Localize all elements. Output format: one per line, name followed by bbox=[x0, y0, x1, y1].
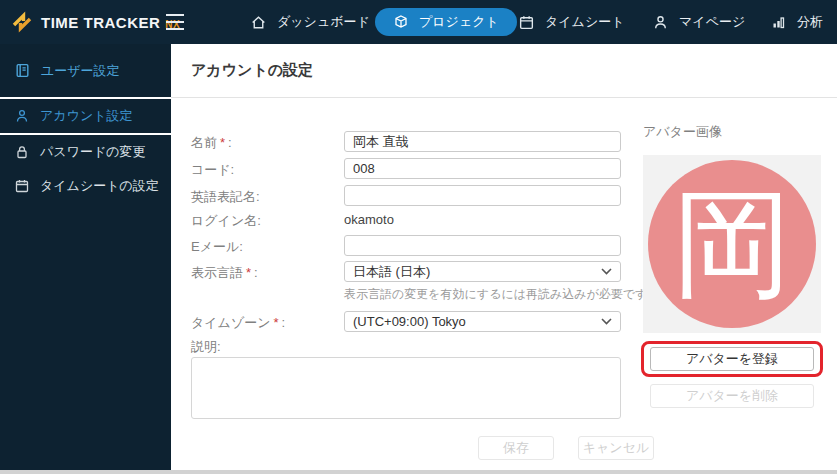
delete-avatar-button[interactable]: アバターを削除 bbox=[650, 384, 814, 408]
sidebar-item-label: パスワードの変更 bbox=[40, 143, 146, 161]
save-button[interactable]: 保存 bbox=[478, 436, 554, 460]
email-input[interactable] bbox=[344, 235, 621, 256]
app-logo: TIME TRACKER NX bbox=[10, 0, 180, 44]
logo-icon bbox=[10, 10, 34, 34]
brand-name: TIME TRACKER bbox=[41, 14, 160, 31]
lock-icon bbox=[14, 144, 30, 160]
bar-chart-icon bbox=[771, 14, 787, 30]
email-label: Eメール: bbox=[191, 238, 243, 256]
sidebar-item-change-password[interactable]: パスワードの変更 bbox=[0, 135, 171, 169]
language-label: 表示言語*: bbox=[191, 264, 258, 282]
sidebar-item-label: アカウント設定 bbox=[40, 107, 133, 125]
timezone-label: タイムゾーン*: bbox=[191, 314, 285, 332]
register-avatar-button[interactable]: アバターを登録 bbox=[650, 347, 814, 371]
nav-mypage-label: マイページ bbox=[679, 13, 745, 31]
nav-analysis-label: 分析 bbox=[797, 13, 823, 31]
avatar-initial: 岡 bbox=[673, 185, 791, 303]
chevron-down-icon bbox=[601, 268, 612, 275]
horizontal-scrollbar[interactable] bbox=[0, 470, 837, 474]
cancel-button[interactable]: キャンセル bbox=[578, 436, 654, 460]
person-icon bbox=[652, 14, 669, 31]
menu-toggle-button[interactable] bbox=[166, 13, 186, 31]
english-name-label: 英語表記名: bbox=[191, 188, 260, 206]
sidebar-section-label: ユーザー設定 bbox=[41, 62, 120, 80]
avatar-section-label: アバター画像 bbox=[643, 123, 722, 141]
nav-project[interactable]: プロジェクト bbox=[375, 8, 517, 36]
home-icon bbox=[250, 14, 267, 31]
language-hint: 表示言語の変更を有効にするには再読み込みが必要です。 bbox=[344, 286, 659, 303]
title-divider bbox=[171, 97, 837, 98]
description-label: 説明: bbox=[191, 338, 221, 356]
code-input[interactable] bbox=[344, 158, 621, 179]
nav-timesheet-label: タイムシート bbox=[545, 13, 625, 31]
nav-analysis[interactable]: 分析 bbox=[771, 0, 823, 44]
avatar-image: 岡 bbox=[643, 155, 821, 333]
cube-icon bbox=[393, 14, 409, 30]
nav-project-label: プロジェクト bbox=[419, 13, 499, 31]
page-title: アカウントの設定 bbox=[191, 61, 313, 80]
code-label: コード: bbox=[191, 161, 234, 179]
nav-dashboard-label: ダッシュボード bbox=[277, 13, 370, 31]
login-name-label: ログイン名: bbox=[191, 212, 261, 230]
calendar-icon bbox=[14, 178, 30, 194]
top-navigation-bar: TIME TRACKER NX ダッシュボード プロジェクト タイ bbox=[0, 0, 837, 44]
name-label: 名前*: bbox=[191, 134, 232, 152]
description-textarea[interactable] bbox=[191, 357, 621, 419]
settings-sidebar: ユーザー設定 アカウント設定 パスワードの変更 タイムシートの設定 bbox=[0, 44, 171, 470]
nav-mypage[interactable]: マイページ bbox=[652, 0, 745, 44]
name-input[interactable] bbox=[344, 131, 621, 152]
language-select[interactable]: 日本語 (日本) bbox=[344, 261, 621, 282]
sidebar-item-account-settings[interactable]: アカウント設定 bbox=[0, 97, 171, 135]
person-icon bbox=[14, 108, 30, 124]
sidebar-item-timesheet-settings[interactable]: タイムシートの設定 bbox=[0, 169, 171, 203]
sidebar-item-label: タイムシートの設定 bbox=[40, 177, 159, 195]
nav-dashboard[interactable]: ダッシュボード bbox=[250, 0, 370, 44]
hamburger-icon bbox=[166, 14, 184, 16]
timezone-select[interactable]: (UTC+09:00) Tokyo bbox=[344, 311, 621, 332]
chevron-down-icon bbox=[601, 318, 612, 325]
nav-timesheet[interactable]: タイムシート bbox=[518, 0, 625, 44]
sidebar-section-header: ユーザー設定 bbox=[0, 44, 171, 97]
language-selected-value: 日本語 (日本) bbox=[353, 263, 430, 281]
timezone-selected-value: (UTC+09:00) Tokyo bbox=[353, 314, 466, 329]
avatar-circle: 岡 bbox=[648, 160, 816, 328]
english-name-input[interactable] bbox=[344, 185, 621, 206]
account-settings-panel: アカウントの設定 名前*: コード: 英語表記名: ログイン名: okamoto… bbox=[171, 44, 837, 470]
login-name-value: okamoto bbox=[344, 212, 394, 227]
notebook-icon bbox=[14, 62, 31, 79]
calendar-icon bbox=[518, 14, 535, 31]
